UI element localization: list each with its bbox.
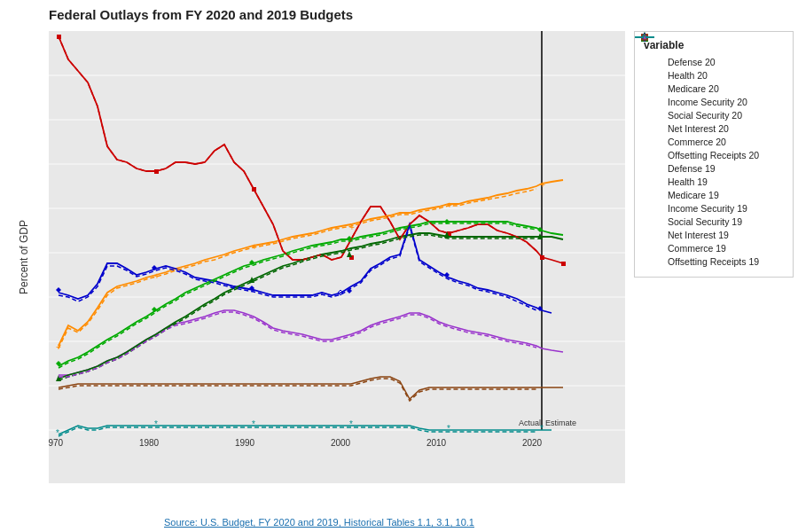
svg-text:*: * [642, 32, 646, 43]
chart-area: -1 0 1 2 3 4 5 6 7 8 1970 1980 1990 2000… [49, 31, 625, 483]
svg-text:+: + [540, 180, 545, 190]
svg-text:*: * [540, 424, 544, 434]
chart-legend: variable Defense 20 Health 20 Medicare 2… [634, 31, 794, 278]
svg-text:1970: 1970 [49, 438, 64, 448]
offsetting-19-icon: * [644, 256, 663, 267]
svg-text:1980: 1980 [139, 438, 160, 448]
svg-text:2010: 2010 [426, 438, 447, 448]
svg-text:+: + [349, 223, 355, 232]
main-container: Federal Outlays from FY 2020 and 2019 Bu… [0, 0, 798, 532]
svg-rect-35 [561, 262, 566, 266]
chart-title: Federal Outlays from FY 2020 and 2019 Bu… [49, 7, 353, 22]
list-item: * Offsetting Receipts 19 [644, 256, 784, 267]
y-axis-label: Percent of GDP [4, 31, 44, 483]
chart-svg: -1 0 1 2 3 4 5 6 7 8 1970 1980 1990 2000… [49, 31, 625, 457]
source-text: Source: U.S. Budget, FY 2020 and 2019, H… [0, 517, 638, 528]
svg-text:2020: 2020 [522, 438, 543, 448]
svg-text:2000: 2000 [331, 438, 351, 448]
svg-text:Estimate: Estimate [545, 419, 576, 427]
svg-text:1990: 1990 [235, 438, 255, 448]
svg-text:Actual: Actual [519, 419, 541, 427]
svg-rect-34 [540, 255, 544, 260]
